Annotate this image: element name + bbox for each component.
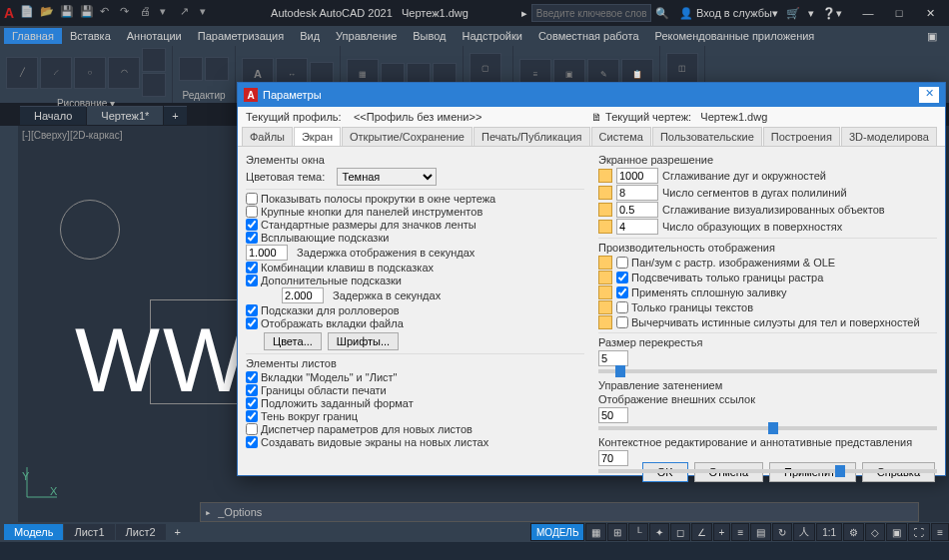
close-button[interactable]: ✕	[915, 0, 945, 26]
cb-textframe[interactable]: Только границы текстов	[616, 301, 753, 313]
doc-tab-drawing1[interactable]: Чертеж1*	[87, 106, 163, 125]
saveall-icon[interactable]: 💾	[80, 5, 96, 21]
ribbon-collapse-icon[interactable]: ▣	[919, 28, 945, 45]
cb-scroll[interactable]: Показывать полосы прокрутки в окне черте…	[246, 193, 584, 205]
arc-tool[interactable]: ◠	[108, 57, 140, 89]
app-icon[interactable]: A	[4, 5, 14, 21]
snap-icon[interactable]: ⊞	[607, 523, 627, 541]
new-tab-button[interactable]: +	[164, 106, 186, 125]
dialog-close-button[interactable]: ✕	[919, 87, 939, 103]
delay1-input[interactable]	[246, 245, 288, 261]
crosshair-input[interactable]	[598, 350, 628, 366]
dlg-tab-files[interactable]: Файлы	[242, 127, 293, 146]
cb-printarea[interactable]: Границы области печати	[246, 384, 584, 396]
ortho-icon[interactable]: └	[628, 523, 647, 541]
share-icon[interactable]: ↗	[180, 5, 196, 21]
left-toolbar[interactable]	[0, 126, 18, 522]
dlg-tab-display[interactable]: Экран	[294, 127, 341, 146]
xref-fade-input[interactable]	[598, 407, 628, 423]
dlg-tab-user[interactable]: Пользовательские	[652, 127, 762, 146]
dlg-tab-draft[interactable]: Построения	[763, 127, 840, 146]
seg-input[interactable]	[616, 185, 658, 201]
cb-shadow[interactable]: Тень вокруг границ	[246, 410, 584, 422]
dlg-tab-opensave[interactable]: Открытие/Сохранение	[342, 127, 473, 146]
view-label[interactable]: [-][Сверху][2D-каркас]	[22, 130, 122, 141]
cb-viewports[interactable]: Создавать видовые экраны на новых листах	[246, 436, 584, 448]
delay2-input[interactable]	[282, 287, 324, 303]
tab-layout2[interactable]: Лист2	[116, 524, 166, 540]
dd-icon[interactable]: ▾	[160, 5, 176, 21]
render-input[interactable]	[616, 202, 658, 218]
edit1-icon[interactable]	[179, 57, 203, 81]
tab-featured[interactable]: Рекомендованные приложения	[647, 28, 823, 44]
refedit-fade-slider[interactable]	[598, 469, 937, 473]
tab-output[interactable]: Вывод	[405, 28, 454, 44]
tab-model[interactable]: Модель	[4, 524, 63, 540]
cb-pagesetup[interactable]: Диспетчер параметров для новых листов	[246, 423, 584, 435]
surf-input[interactable]	[616, 219, 658, 235]
tab-insert[interactable]: Вставка	[62, 28, 119, 44]
help-icon[interactable]: ❔▾	[822, 7, 842, 20]
grid-icon[interactable]: ▦	[585, 523, 606, 541]
print-icon[interactable]: 🖨	[140, 5, 156, 21]
cb-raster[interactable]: Подсвечивать только границы растра	[616, 272, 823, 283]
cycle-icon[interactable]: ↻	[772, 523, 792, 541]
trans-icon[interactable]: ▤	[750, 523, 771, 541]
xref-fade-slider[interactable]	[598, 426, 937, 430]
cust-icon[interactable]: ≡	[931, 523, 949, 541]
tab-view[interactable]: Вид	[292, 28, 328, 44]
cb-exttips[interactable]: Дополнительные подсказки	[246, 275, 584, 286]
login-link[interactable]: 👤 Вход в службы▾	[679, 7, 778, 20]
tab-collab[interactable]: Совместная работа	[530, 28, 647, 44]
circle-tool[interactable]: ○	[74, 57, 106, 89]
cb-fill[interactable]: Применять сплошную заливку	[616, 286, 787, 298]
model-button[interactable]: МОДЕЛЬ	[530, 523, 584, 541]
cb-modeltabs[interactable]: Вкладки "Модель" и "Лист"	[246, 371, 584, 383]
search-box[interactable]: ▸ 🔍	[521, 4, 669, 22]
cb-tooltips[interactable]: Всплывающие подсказки	[246, 232, 584, 244]
more-icon[interactable]: ▾	[200, 5, 216, 21]
cb-filetabs[interactable]: Отображать вкладки файла	[246, 317, 584, 329]
cloud-icon[interactable]: ▾	[808, 7, 814, 20]
refedit-fade-input[interactable]	[598, 450, 628, 466]
dyn-icon[interactable]: +	[713, 523, 731, 541]
tool2-icon[interactable]	[142, 73, 166, 97]
undo-icon[interactable]: ↶	[100, 5, 116, 21]
dlg-tab-plot[interactable]: Печать/Публикация	[474, 127, 590, 146]
command-line[interactable]: ▸ _Options	[200, 502, 919, 522]
osnap-icon[interactable]: ◻	[670, 523, 690, 541]
tab-home[interactable]: Главная	[4, 28, 62, 44]
cb-shortcuts[interactable]: Комбинации клавиш в подсказках	[246, 262, 584, 274]
hw-icon[interactable]: ▣	[886, 523, 907, 541]
tab-annotate[interactable]: Аннотации	[119, 28, 190, 44]
scale-button[interactable]: 1:1	[816, 523, 842, 541]
insert-tool[interactable]: ▢	[470, 53, 501, 85]
polar-icon[interactable]: ✦	[649, 523, 669, 541]
cb-rollover[interactable]: Подсказки для ролловеров	[246, 304, 584, 316]
dlg-tab-3d[interactable]: 3D-моделирова	[841, 127, 937, 146]
edit2-icon[interactable]	[205, 57, 229, 81]
tab-manage[interactable]: Управление	[328, 28, 405, 44]
cb-bigbuttons[interactable]: Крупные кнопки для панелей инструментов	[246, 206, 584, 218]
tab-layout1[interactable]: Лист1	[64, 524, 114, 540]
search-icon[interactable]: 🔍	[655, 7, 669, 20]
polyline-tool[interactable]: ⟋	[40, 57, 72, 89]
new-icon[interactable]: 📄	[20, 5, 36, 21]
maximize-button[interactable]: □	[884, 0, 914, 26]
otool gösicon[interactable]: ∠	[691, 523, 712, 541]
colors-button[interactable]: Цвета...	[264, 332, 322, 350]
cb-silh[interactable]: Вычерчивать истинные силуэты для тел и п…	[616, 316, 920, 328]
search-input[interactable]	[531, 4, 651, 22]
lw-icon[interactable]: ≡	[731, 523, 749, 541]
max-icon[interactable]: ⛶	[908, 523, 930, 541]
save-icon[interactable]: 💾	[60, 5, 76, 21]
add-layout-button[interactable]: +	[167, 524, 189, 540]
cb-panzoom[interactable]: Пан/зум с растр. изображениями & OLE	[616, 257, 835, 269]
view-tool[interactable]: ◫	[666, 53, 698, 85]
crosshair-slider[interactable]	[598, 369, 937, 373]
cb-ribbonicons[interactable]: Стандартные размеры для значков ленты	[246, 219, 584, 231]
an-icon[interactable]: 人	[793, 523, 815, 541]
tab-addins[interactable]: Надстройки	[455, 28, 530, 44]
fonts-button[interactable]: Шрифты...	[328, 332, 399, 350]
apps-icon[interactable]: 🛒	[786, 7, 800, 20]
